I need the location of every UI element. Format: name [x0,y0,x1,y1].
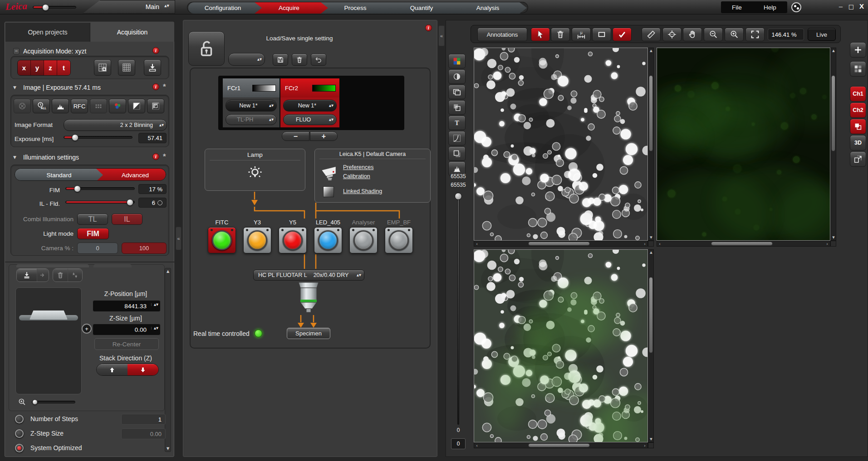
value-number-of-steps[interactable]: 1 [121,414,166,425]
vertical-scrollbar[interactable]: ▲▼ [648,249,654,442]
scroll-right-icon[interactable]: › [642,443,647,448]
help-menu[interactable]: Help [764,4,776,11]
tool-rfc-button[interactable]: RFC [71,99,88,113]
zoom-in-button[interactable] [725,28,744,41]
pin-icon[interactable]: * [163,152,166,161]
filter-cube-fitc[interactable] [208,227,236,253]
workflow-tab-configuration[interactable]: Configuration [188,2,262,14]
exposure-slider[interactable] [64,133,132,141]
horizontal-scrollbar[interactable]: ‹› [657,241,830,247]
tool-grid-dots-button[interactable] [90,99,107,113]
measure-button[interactable]: µ [572,28,591,41]
zoom-percentage[interactable]: 146.41 % [768,29,804,40]
stage-add-button[interactable]: + [82,324,92,334]
stage-zoom-knob[interactable] [32,399,38,405]
exposure-slider-knob[interactable] [72,134,78,141]
filter-cube-analyser[interactable] [349,227,378,253]
scroll-up-icon[interactable]: ▲ [648,250,654,255]
scroll-right-icon[interactable]: › [824,241,830,247]
scroll-right-icon[interactable]: › [642,241,647,247]
info-icon[interactable]: i [152,83,159,90]
advanced-toggle[interactable]: Advanced [93,169,166,181]
delete-annotation-button[interactable] [551,28,570,41]
horizontal-scrollbar[interactable]: ‹› [474,241,648,247]
scrollbar-track[interactable] [648,53,653,235]
il-fld-slider-knob[interactable] [127,199,133,206]
center-target-button[interactable] [662,28,682,41]
preferences-link[interactable]: Preferences [343,164,373,170]
range-slider-knob[interactable] [455,193,462,200]
microscopy-image-overlay[interactable] [474,249,648,442]
z-position-field[interactable]: 8441.33 ▲▼ [93,300,161,312]
scrollbar-track[interactable] [480,241,642,246]
channel-header[interactable]: FCr1 [223,78,280,97]
fim-value[interactable]: 17 % [138,184,167,194]
scroll-down-icon[interactable]: ▼ [648,437,654,442]
exposure-value[interactable]: 57.41 [138,133,167,143]
scroll-up-icon[interactable]: ▲ [648,48,654,53]
side-tool-text-tool-button[interactable]: T [448,116,466,130]
tool-rgb-button[interactable] [109,99,126,113]
vertical-scrollbar[interactable]: ▲▼ [648,48,654,241]
specimen-button[interactable]: Specimen [287,328,330,339]
maximize-button[interactable]: □ [847,3,856,10]
sort-z-button[interactable] [68,269,82,281]
scrollbar-thumb[interactable] [528,242,590,246]
objective-dropdown[interactable]: HC PL FLUOTAR L 20x/0.40 DRY ▲▼ [253,270,364,281]
fim-slider[interactable] [65,184,135,193]
spinner-icon[interactable]: ▲▼ [151,327,158,330]
mode-z-button[interactable]: z [44,60,57,75]
scrollbar-track[interactable] [662,241,824,246]
main-workflow-dropdown[interactable]: Main ▲▼ [83,0,175,14]
camera-min-field[interactable]: 0 [77,243,118,254]
apply-z-button[interactable] [17,269,37,281]
3d-view-button[interactable]: 3D [850,135,866,150]
side-tool-overlay-squares-button[interactable] [448,100,466,115]
add-channel-button[interactable]: + [310,131,338,141]
delete-setting-button[interactable] [292,53,307,66]
microscopy-image-phase-contrast[interactable] [474,48,648,241]
mode-t-button[interactable]: t [57,60,70,75]
scroll-left-icon[interactable]: ‹ [474,241,480,247]
apply-check-button[interactable] [613,28,632,41]
lamp-box[interactable]: Lamp [205,149,305,191]
scroll-down-icon[interactable]: ▼ [831,235,836,240]
side-tool-lut-button[interactable] [448,54,466,68]
workflow-tab-process[interactable]: Process [321,2,394,14]
scroll-down-icon[interactable]: ▼ [648,235,654,240]
info-icon[interactable]: i [152,47,159,54]
scrollbar-track[interactable] [831,53,836,235]
filter-cube-y5[interactable] [279,227,307,253]
scroll-left-icon[interactable]: ‹ [474,443,480,448]
scrollbar-thumb[interactable] [711,242,773,246]
spinner-icon[interactable]: ▲▼ [151,303,158,306]
z-size-field[interactable]: 0.00 ▲▼ [93,324,161,335]
panel-scrollbar[interactable]: ▲ ▼ [165,268,171,452]
tool-clock-all-button[interactable]: ALL [33,99,50,113]
fim-slider-knob[interactable] [74,185,81,192]
tl-button[interactable]: TL [77,214,108,225]
lock-settings-button[interactable] [188,31,225,66]
workflow-tab-acquire[interactable]: Acquire [255,2,328,14]
overlay-channel-button[interactable] [850,119,866,134]
tool-grid-full-button[interactable] [118,59,135,76]
scrollbar-track[interactable] [648,255,653,437]
annotations-button[interactable]: Annotations [477,28,527,41]
il-fld-value[interactable]: 6 [138,198,167,208]
collapse-viewer-handle[interactable]: « [438,25,445,46]
calibration-link[interactable]: Calibration [343,173,370,180]
channel-2-button[interactable]: Ch2 [850,102,866,118]
channel-mode-dropdown[interactable]: FLUO▲▼ [283,114,337,125]
info-icon[interactable]: i [152,153,159,160]
scrollbar-track[interactable] [480,443,642,448]
export-view-button[interactable] [850,151,866,167]
tab-acquisition[interactable]: Acquisition [90,23,174,42]
stage-zoom-slider[interactable] [32,398,75,406]
tool-shading-button[interactable] [147,99,164,113]
channel-1-button[interactable]: Ch1 [850,86,866,102]
send-z-button[interactable] [37,269,49,281]
channel-header[interactable]: FCr2 [280,78,339,97]
image-format-dropdown[interactable]: 2 x 2 Binning ▲▼ [64,119,167,131]
side-tool-duplicate-button[interactable] [448,146,466,161]
undo-setting-button[interactable] [311,53,326,66]
